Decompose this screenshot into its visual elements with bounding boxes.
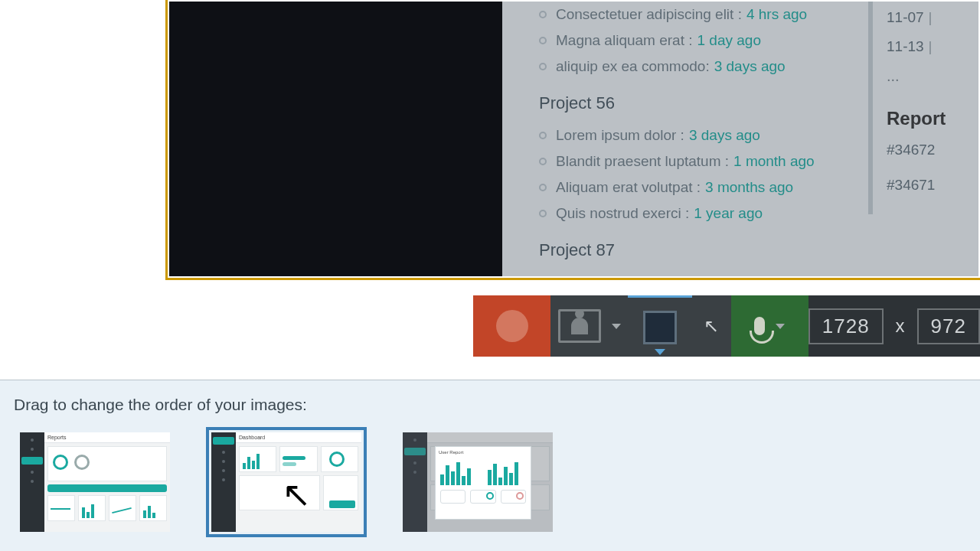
activity-item: Quis nostrud exerci :1 year ago xyxy=(539,201,868,227)
chevron-down-icon xyxy=(776,324,785,329)
width-input[interactable]: 1728 xyxy=(808,308,884,344)
activity-item: Blandit praesent luptatum :1 month ago xyxy=(539,148,868,174)
capture-dimensions: 1728 x 972 xyxy=(808,295,980,357)
side-column: 11-07| 11-13| ... Report #34672 #34671 xyxy=(887,2,966,276)
record-icon xyxy=(496,310,528,342)
report-id: #34671 xyxy=(887,177,966,194)
side-date: 11-07| xyxy=(887,9,966,26)
record-button[interactable] xyxy=(473,295,550,357)
captured-window-content: Consectetuer adipiscing elit :4 hrs ago … xyxy=(502,2,978,276)
side-more: ... xyxy=(887,67,966,85)
region-icon xyxy=(643,311,677,344)
activity-feed: Consectetuer adipiscing elit :4 hrs ago … xyxy=(539,2,868,276)
chevron-down-icon xyxy=(655,349,665,355)
capture-region-outline: Consectetuer adipiscing elit :4 hrs ago … xyxy=(165,0,980,280)
thumbnail-user-report[interactable]: User Report xyxy=(403,432,553,532)
thumbnail-reports[interactable]: Reports xyxy=(20,432,170,532)
thumb-title: User Report xyxy=(439,450,528,455)
scrollbar[interactable] xyxy=(868,2,873,214)
thumb-modal: User Report xyxy=(435,446,531,520)
cursor-icon: ↖ xyxy=(704,317,719,335)
project-heading: Project 56 xyxy=(539,93,868,113)
webcam-toggle[interactable] xyxy=(550,295,628,357)
thumbnail-strip: Drag to change the order of your images:… xyxy=(0,380,980,551)
chevron-down-icon xyxy=(612,324,621,329)
microphone-toggle[interactable] xyxy=(731,295,808,357)
captured-window: Consectetuer adipiscing elit :4 hrs ago … xyxy=(169,2,978,276)
captured-window-dark-panel xyxy=(169,2,502,276)
activity-item: Dolore magna aliquam :2 hrs ago xyxy=(539,269,868,276)
cursor-toggle[interactable]: ↖ xyxy=(692,295,731,357)
microphone-icon xyxy=(754,317,765,335)
recorder-toolbar: ↖ 1728 x 972 xyxy=(473,295,980,357)
region-select-button[interactable] xyxy=(628,295,692,357)
thumb-title: Dashboard xyxy=(236,432,361,443)
thumbnail-row: Reports Dashboard xyxy=(20,432,980,532)
project-heading: Project 87 xyxy=(539,240,868,260)
report-id: #34672 xyxy=(887,142,966,158)
activity-item: Lorem ipsum dolor :3 days ago xyxy=(539,122,868,148)
activity-item: Aliquam erat volutpat :3 months ago xyxy=(539,174,868,201)
thumb-title: Reports xyxy=(44,432,170,443)
webcam-icon xyxy=(558,309,601,343)
side-reports-heading: Report xyxy=(887,108,966,129)
side-date: 11-13| xyxy=(887,38,966,55)
height-input[interactable]: 972 xyxy=(917,308,980,344)
activity-item: aliquip ex ea commodo:3 days ago xyxy=(539,54,868,80)
dimension-separator: x xyxy=(896,315,905,337)
cursor-icon: ↖ xyxy=(282,477,312,512)
activity-item: Consectetuer adipiscing elit :4 hrs ago xyxy=(539,2,868,28)
thumbnail-dashboard[interactable]: Dashboard ↖ xyxy=(211,432,361,532)
strip-instruction: Drag to change the order of your images: xyxy=(14,396,980,414)
activity-item: Magna aliquam erat :1 day ago xyxy=(539,28,868,54)
